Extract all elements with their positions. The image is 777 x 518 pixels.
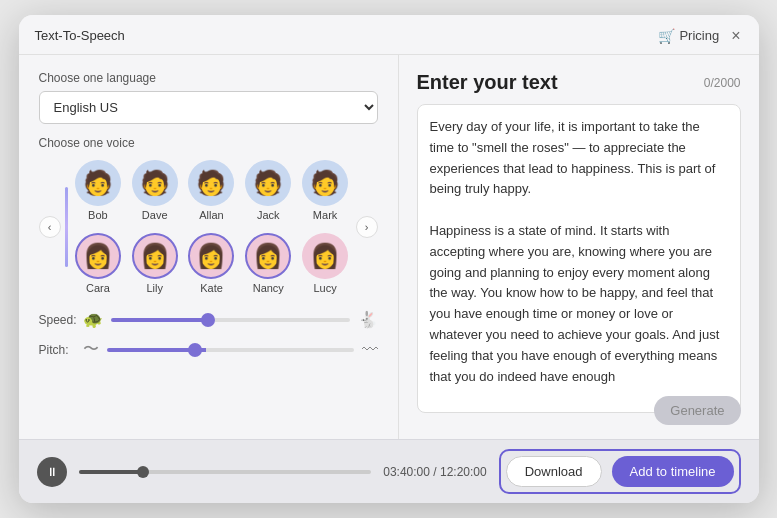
progress-dot <box>137 466 149 478</box>
pitch-low-icon: 〜 <box>83 339 99 360</box>
language-section: Choose one language English US <box>39 71 378 124</box>
voice-label-cara: Cara <box>86 282 110 294</box>
voice-label-mark: Mark <box>313 209 337 221</box>
bottom-bar: ⏸ 03:40:00 / 12:20:00 Download Add to ti… <box>19 439 759 503</box>
voice-avatar-lucy: 👩 <box>302 233 348 279</box>
bottom-actions: Download Add to timeline <box>499 449 741 494</box>
voice-label-jack: Jack <box>257 209 280 221</box>
voice-avatar-nancy: 👩 <box>245 233 291 279</box>
tts-modal: Text-To-Speech 🛒 Pricing × Choose one la… <box>19 15 759 503</box>
voice-item-nancy[interactable]: 👩 Nancy <box>242 229 295 298</box>
modal-title: Text-To-Speech <box>35 28 125 43</box>
time-separator: / <box>433 465 436 479</box>
pause-button[interactable]: ⏸ <box>37 457 67 487</box>
progress-fill <box>79 470 143 474</box>
voice-avatar-bob: 🧑 <box>75 160 121 206</box>
voice-label-dave: Dave <box>142 209 168 221</box>
right-panel: Enter your text 0/2000 Every day of your… <box>399 55 759 439</box>
speed-slow-icon: 🐢 <box>83 310 103 329</box>
voice-section-label: Choose one voice <box>39 136 378 150</box>
voice-item-bob[interactable]: 🧑 Bob <box>72 156 125 225</box>
voice-avatar-kate: 👩 <box>188 233 234 279</box>
pitch-slider[interactable] <box>107 348 354 352</box>
voice-grid: 🧑 Bob 🧑 Dave 🧑 Allan 🧑 <box>72 156 352 298</box>
voice-avatar-lily: 👩 <box>132 233 178 279</box>
voice-label-lily: Lily <box>146 282 163 294</box>
voice-separator <box>65 187 68 267</box>
char-count: 0/2000 <box>704 76 741 90</box>
speed-fast-icon: 🐇 <box>358 310 378 329</box>
voice-item-cara[interactable]: 👩 Cara <box>72 229 125 298</box>
voice-item-allan[interactable]: 🧑 Allan <box>185 156 238 225</box>
close-button[interactable]: × <box>729 28 742 44</box>
voice-item-lucy[interactable]: 👩 Lucy <box>299 229 352 298</box>
voice-section: Choose one voice ‹ 🧑 Bob 🧑 Dave <box>39 136 378 298</box>
time-display: 03:40:00 / 12:20:00 <box>383 465 486 479</box>
main-content: Choose one language English US Choose on… <box>19 55 759 439</box>
language-select[interactable]: English US <box>39 91 378 124</box>
pause-icon: ⏸ <box>46 465 58 479</box>
add-timeline-button[interactable]: Add to timeline <box>612 456 734 487</box>
voice-label-bob: Bob <box>88 209 108 221</box>
pitch-row: Pitch: 〜 〰 <box>39 339 378 360</box>
voice-avatar-mark: 🧑 <box>302 160 348 206</box>
speed-pitch-section: Speed: 🐢 🐇 Pitch: 〜 〰 <box>39 310 378 360</box>
voice-item-lily[interactable]: 👩 Lily <box>128 229 181 298</box>
text-area[interactable]: Every day of your life, it is important … <box>417 104 741 413</box>
left-panel: Choose one language English US Choose on… <box>19 55 399 439</box>
next-voice-arrow[interactable]: › <box>356 216 378 238</box>
voice-label-allan: Allan <box>199 209 223 221</box>
language-section-label: Choose one language <box>39 71 378 85</box>
voice-item-dave[interactable]: 🧑 Dave <box>128 156 181 225</box>
text-title: Enter your text <box>417 71 558 94</box>
voice-label-kate: Kate <box>200 282 223 294</box>
voice-avatar-cara: 👩 <box>75 233 121 279</box>
pitch-label: Pitch: <box>39 343 75 357</box>
speed-slider[interactable] <box>111 318 350 322</box>
voice-avatar-allan: 🧑 <box>188 160 234 206</box>
voice-item-kate[interactable]: 👩 Kate <box>185 229 238 298</box>
voice-avatar-dave: 🧑 <box>132 160 178 206</box>
speed-label: Speed: <box>39 313 75 327</box>
download-button[interactable]: Download <box>506 456 602 487</box>
time-current: 03:40:00 <box>383 465 430 479</box>
generate-button[interactable]: Generate <box>654 396 740 425</box>
titlebar: Text-To-Speech 🛒 Pricing × <box>19 15 759 55</box>
pitch-high-icon: 〰 <box>362 341 378 359</box>
pricing-label: Pricing <box>679 28 719 43</box>
speed-row: Speed: 🐢 🐇 <box>39 310 378 329</box>
text-header: Enter your text 0/2000 <box>417 71 741 94</box>
voice-item-mark[interactable]: 🧑 Mark <box>299 156 352 225</box>
voice-grid-wrapper: ‹ 🧑 Bob 🧑 Dave 🧑 <box>39 156 378 298</box>
cart-icon: 🛒 <box>658 28 675 44</box>
text-content: Every day of your life, it is important … <box>430 117 728 200</box>
pricing-link[interactable]: 🛒 Pricing <box>658 28 719 44</box>
voice-label-nancy: Nancy <box>253 282 284 294</box>
time-total: 12:20:00 <box>440 465 487 479</box>
progress-bar[interactable] <box>79 470 372 474</box>
voice-label-lucy: Lucy <box>313 282 336 294</box>
prev-voice-arrow[interactable]: ‹ <box>39 216 61 238</box>
text-content-2: Happiness is a state of mind. It starts … <box>430 221 728 387</box>
voice-item-jack[interactable]: 🧑 Jack <box>242 156 295 225</box>
titlebar-right: 🛒 Pricing × <box>658 28 742 44</box>
voice-avatar-jack: 🧑 <box>245 160 291 206</box>
